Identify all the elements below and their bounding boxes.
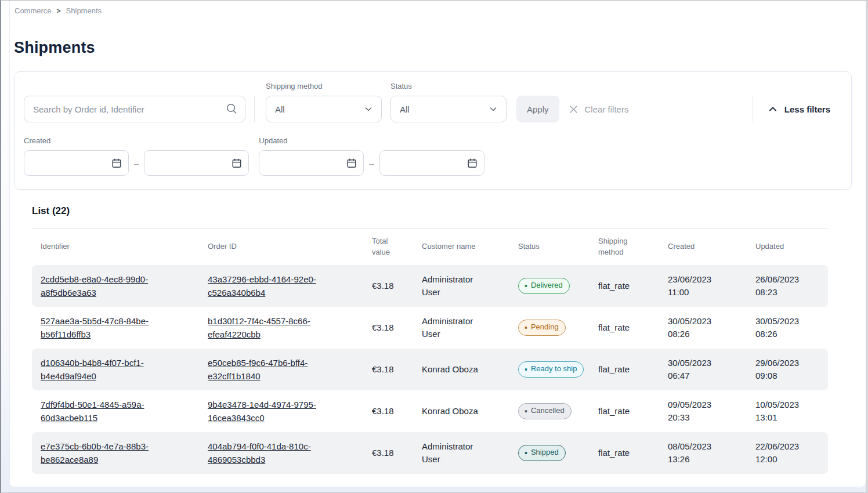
status-label: Cancelled [531,405,565,416]
calendar-icon[interactable] [346,157,357,169]
shipping-method: flat_rate [598,447,668,460]
table-header-row: Identifier Order ID Total value Customer… [32,229,828,265]
page-title: Shipments [14,39,866,57]
main-panel: Commerce > Shipments Shipments Shipping … [9,1,866,487]
less-filters-toggle[interactable]: Less filters [768,96,830,122]
customer-name: Administrator User [422,440,518,466]
status-label: Shipped [531,447,559,458]
created-at: 08/05/2023 13:26 [668,440,726,466]
created-at: 30/05/2023 06:47 [668,357,726,383]
table-row: 527aae3a-5b5d-47c8-84be-b56f11d6ffb3 b1d… [32,307,828,349]
shipping-method: flat_rate [598,280,668,293]
shipping-method: flat_rate [598,363,668,376]
less-filters-label: Less filters [784,104,830,114]
updated-from-field [259,150,364,176]
chevron-up-icon [768,104,778,114]
calendar-icon[interactable] [466,157,478,169]
total-value: €3.18 [372,363,422,376]
updated-to-field [379,150,484,176]
calendar-icon[interactable] [111,157,122,169]
shipment-identifier-link[interactable]: d106340b-b4b8-4f07-bcf1-b4e4d9af94e0 [41,356,189,383]
customer-name: Administrator User [422,273,518,299]
search-field-wrap [24,96,245,122]
shipment-identifier-link[interactable]: 2cdd5eb8-e8a0-4ec8-99d0-a8f5db6e3a63 [41,273,189,300]
total-value: €3.18 [372,405,422,418]
column-header-total-value: Total value [372,236,400,258]
created-filter-label: Created [24,136,249,145]
customer-name: Administrator User [422,315,518,341]
column-header-shipping-method: Shipping method [598,236,635,258]
chevron-down-icon [489,104,498,114]
updated-at: 10/05/2023 13:01 [755,398,813,425]
updated-at: 26/06/2023 08:23 [755,273,813,299]
shipments-list: List (22) Identifier Order ID Total valu… [32,205,828,474]
search-input[interactable] [24,96,245,122]
status-badge: Ready to ship [518,361,584,377]
table-row: 7df9f4bd-50e1-4845-a59a-60d3acbeb115 9b4… [32,390,828,432]
shipping-method-filter-label: Shipping method [266,82,382,90]
created-at: 09/05/2023 20:33 [668,398,726,425]
total-value: €3.18 [372,321,422,335]
breadcrumb-item-commerce[interactable]: Commerce [15,6,52,15]
clear-filters-button[interactable]: Clear filters [568,96,629,122]
column-header-order-id: Order ID [208,241,372,252]
breadcrumb-item-shipments[interactable]: Shipments [66,6,102,15]
order-id-link[interactable]: b1d30f12-7f4c-4557-8c66-efeaf4220cbb [208,314,356,342]
total-value: €3.18 [372,447,422,460]
status-badge: Pending [518,320,566,335]
shipping-method-selected-value: All [275,104,364,114]
order-id-link[interactable]: 404ab794-f0f0-41da-810c-4869053cbbd3 [208,440,356,467]
list-title: List (22) [32,205,828,217]
order-id-link[interactable]: e50ceb85-f9c6-47b6-bff4-e32cff1b1840 [208,356,356,383]
shipment-identifier-link[interactable]: e7e375cb-6b0b-4e7a-88b3-be862ace8a89 [41,440,189,467]
status-label: Ready to ship [531,364,577,374]
shipping-method-select[interactable]: All [266,96,382,122]
status-select[interactable]: All [390,96,507,122]
divider [753,96,753,122]
shipping-method: flat_rate [598,405,668,418]
created-at: 30/05/2023 08:26 [668,315,726,341]
status-badge: Delivered [518,278,570,293]
column-header-status: Status [518,241,598,252]
column-header-identifier: Identifier [41,241,208,252]
status-badge: Cancelled [518,403,572,419]
created-at: 23/06/2023 11:00 [668,273,726,299]
updated-at: 29/06/2023 09:08 [755,357,813,383]
divider [254,96,255,122]
created-from-field [24,150,129,176]
updated-filter-label: Updated [259,136,484,145]
status-label: Delivered [531,280,563,291]
shipment-identifier-link[interactable]: 527aae3a-5b5d-47c8-84be-b56f11d6ffb3 [41,314,189,342]
search-icon [226,103,238,115]
range-separator: – [134,158,139,168]
table-row: 2cdd5eb8-e8a0-4ec8-99d0-a8f5db6e3a63 43a… [32,265,828,307]
customer-name: Konrad Oboza [422,363,518,376]
column-header-updated: Updated [755,241,828,252]
table-row: d106340b-b4b8-4f07-bcf1-b4e4d9af94e0 e50… [32,349,828,390]
status-badge: Shipped [518,445,566,461]
breadcrumb-separator: > [57,7,61,15]
order-id-link[interactable]: 9b4e3478-1e4d-4974-9795-16cea3843cc0 [208,398,356,425]
shipment-identifier-link[interactable]: 7df9f4bd-50e1-4845-a59a-60d3acbeb115 [41,398,189,425]
range-separator: – [369,158,374,168]
order-id-link[interactable]: 43a37296-ebbd-4164-92e0-c526a340b6b4 [208,273,356,300]
updated-date-range: Updated – [259,136,484,176]
created-to-field [144,150,249,176]
apply-button[interactable]: Apply [516,96,559,122]
created-date-range: Created – [24,136,249,176]
shipping-method: flat_rate [598,321,668,335]
clear-filters-label: Clear filters [585,104,629,114]
column-header-created: Created [668,241,755,252]
breadcrumb: Commerce > Shipments [10,1,866,15]
filter-panel: Shipping method All Status All [14,71,852,190]
customer-name: Konrad Oboza [422,405,518,418]
chevron-down-icon [364,104,373,114]
status-selected-value: All [400,104,489,114]
column-header-customer-name: Customer name [422,241,518,252]
close-icon [568,104,579,115]
status-label: Pending [531,322,559,332]
calendar-icon[interactable] [231,157,243,169]
table-row: e7e375cb-6b0b-4e7a-88b3-be862ace8a89 404… [32,432,828,474]
total-value: €3.18 [372,280,422,293]
updated-at: 30/05/2023 08:26 [755,315,813,341]
